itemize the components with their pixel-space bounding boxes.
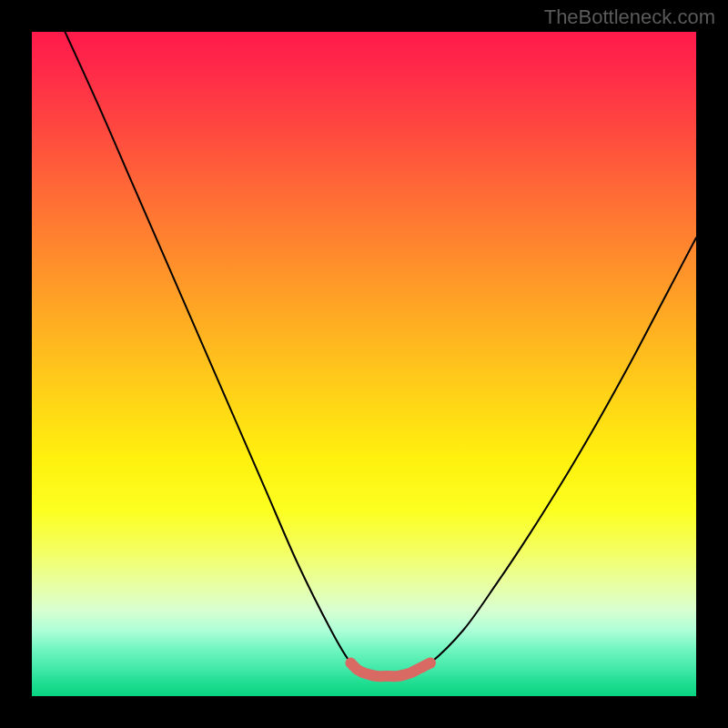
fit-band-marker — [350, 663, 430, 677]
bottleneck-curve — [66, 32, 697, 677]
watermark-label: TheBottleneck.com — [544, 5, 715, 29]
chart-svg — [32, 32, 696, 696]
plot-area — [32, 32, 696, 696]
